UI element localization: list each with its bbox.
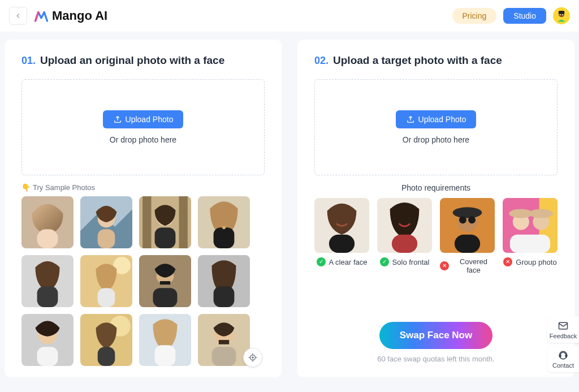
check-icon: ✓	[380, 257, 389, 266]
main-content: 01. Upload an original photo with a face…	[0, 32, 579, 377]
sample-photo-10[interactable]	[80, 314, 132, 366]
panel-target-photo: 02. Upload a target photo with a face Up…	[297, 40, 574, 377]
upload-target-label: Upload Photo	[418, 115, 466, 124]
req-label-2: Solo frontal	[392, 258, 430, 266]
x-icon: ✕	[503, 257, 512, 266]
feedback-button[interactable]: Feedback	[547, 317, 579, 343]
swap-face-button[interactable]: Swap Face Now	[379, 322, 492, 349]
header: Mango AI Pricing Studio	[0, 0, 579, 32]
sample-photo-5[interactable]	[21, 255, 74, 307]
sample-photo-6[interactable]	[80, 255, 132, 307]
dropzone-target[interactable]: Upload Photo Or drop photo here	[314, 79, 558, 175]
svg-rect-30	[153, 288, 178, 307]
svg-rect-67	[455, 235, 480, 253]
quota-text: 60 face swap quotas left this month.	[377, 355, 494, 363]
requirement-covered-face: ✕Covered face	[440, 198, 495, 274]
req-label-1: A clear face	[329, 258, 368, 266]
svg-rect-23	[37, 286, 58, 307]
upload-target-button[interactable]: Upload Photo	[396, 110, 477, 128]
requirement-solo-frontal: ✓Solo frontal	[377, 198, 432, 274]
svg-rect-57	[329, 235, 355, 253]
svg-rect-47	[219, 340, 229, 344]
upload-original-label: Upload Photo	[126, 115, 174, 124]
sample-photo-11[interactable]	[139, 314, 191, 366]
req-label-4: Group photo	[516, 258, 556, 266]
locate-fab[interactable]	[243, 348, 262, 367]
sample-photo-7[interactable]	[139, 255, 191, 307]
req-label-3: Covered face	[452, 257, 495, 274]
pointing-hand-icon: 👇	[21, 183, 31, 192]
studio-button[interactable]: Studio	[503, 8, 546, 24]
dropzone-original[interactable]: Upload Photo Or drop photo here	[21, 79, 265, 175]
svg-rect-16	[155, 227, 176, 248]
drop-text-2: Or drop photo here	[403, 135, 469, 144]
brand-name: Mango AI	[52, 8, 107, 23]
svg-point-50	[252, 357, 253, 358]
step-number-2: 02.	[314, 55, 329, 67]
sample-photos-grid	[21, 196, 265, 366]
x-icon: ✕	[440, 261, 449, 270]
cta-section: Swap Face Now 60 face swap quotas left t…	[314, 322, 558, 363]
svg-point-73	[529, 209, 553, 218]
req-thumb-1	[314, 198, 369, 253]
svg-rect-7	[37, 229, 58, 248]
svg-point-20	[222, 226, 226, 229]
svg-rect-31	[160, 281, 170, 285]
svg-rect-27	[98, 288, 115, 307]
svg-rect-48	[212, 347, 236, 366]
back-button[interactable]	[9, 7, 27, 25]
svg-rect-19	[214, 227, 235, 248]
upload-original-button[interactable]: Upload Photo	[103, 110, 184, 128]
req-thumb-4	[503, 198, 558, 253]
sample-photo-3[interactable]	[139, 196, 191, 248]
svg-rect-64	[462, 209, 473, 216]
requirements-grid: ✓A clear face ✓Solo frontal ✕Covered fac…	[314, 198, 558, 274]
requirement-group-photo: ✕Group photo	[503, 198, 558, 274]
requirement-clear-face: ✓A clear face	[314, 198, 369, 274]
sample-label-text: Try Sample Photos	[33, 183, 95, 192]
sample-photo-4[interactable]	[198, 196, 250, 248]
panel1-title: 01. Upload an original photo with a face	[21, 54, 265, 67]
brand-logo[interactable]: Mango AI	[34, 8, 107, 23]
sample-photo-8[interactable]	[198, 255, 250, 307]
drop-text-1: Or drop photo here	[110, 135, 176, 144]
logo-icon	[34, 8, 49, 23]
requirements-label: Photo requirements	[314, 183, 558, 192]
sample-photo-1[interactable]	[21, 196, 74, 248]
svg-rect-77	[559, 355, 561, 357]
sample-photo-12[interactable]	[198, 314, 250, 366]
svg-rect-74	[510, 235, 550, 253]
svg-point-65	[459, 216, 466, 223]
feedback-label: Feedback	[550, 333, 577, 339]
svg-rect-11	[98, 229, 115, 248]
svg-point-3	[560, 14, 561, 15]
panel2-title: 02. Upload a target photo with a face	[314, 54, 558, 67]
svg-rect-44	[155, 345, 176, 366]
step-number-1: 01.	[21, 55, 36, 67]
svg-rect-2	[559, 11, 565, 14]
svg-rect-37	[37, 347, 58, 366]
req-thumb-2	[377, 198, 432, 253]
side-rail: Feedback Contact	[547, 317, 579, 372]
sample-photos-label: 👇 Try Sample Photos	[21, 183, 265, 192]
pricing-button[interactable]: Pricing	[452, 8, 497, 24]
panel-original-photo: 01. Upload an original photo with a face…	[5, 40, 282, 377]
contact-label: Contact	[552, 362, 574, 369]
svg-rect-41	[98, 347, 115, 366]
contact-button[interactable]: Contact	[547, 346, 579, 372]
svg-rect-60	[392, 235, 417, 253]
svg-rect-14	[179, 196, 188, 248]
sample-photo-9[interactable]	[21, 314, 74, 366]
user-avatar[interactable]	[553, 7, 570, 24]
step-title-2: Upload a target photo with a face	[333, 54, 502, 67]
svg-point-4	[562, 14, 563, 15]
req-thumb-3	[440, 198, 495, 253]
check-icon: ✓	[317, 257, 326, 266]
svg-rect-34	[214, 286, 235, 307]
svg-rect-13	[142, 196, 151, 248]
svg-rect-78	[565, 355, 567, 357]
step-title-1: Upload an original photo with a face	[40, 54, 224, 67]
sample-photo-2[interactable]	[80, 196, 132, 248]
svg-point-66	[468, 216, 476, 223]
